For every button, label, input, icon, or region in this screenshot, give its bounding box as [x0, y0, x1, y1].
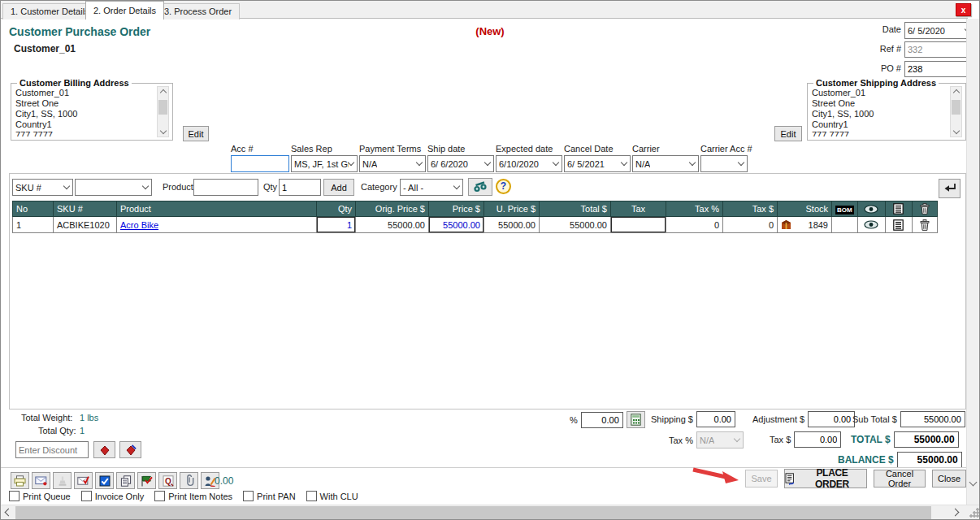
with-clu-checkbox[interactable] [306, 491, 317, 501]
po-label: PO # [859, 63, 901, 73]
horizontal-scroll-thumb[interactable] [15, 506, 931, 519]
cancel-date-select[interactable]: 6/ 5/2021 [564, 155, 631, 172]
date-select[interactable]: 6/ 5/2020 [904, 22, 974, 39]
col-tax: Tax [611, 202, 666, 217]
carrier-acc-label: Carrier Acc # [700, 144, 748, 154]
search-products-button[interactable] [468, 178, 492, 196]
adjustment-input[interactable] [808, 411, 855, 427]
print-options: Print Queue Invoice Only Print Item Note… [9, 491, 358, 501]
chevron-down-icon [484, 158, 491, 165]
stamp-button[interactable] [53, 472, 72, 489]
quote-button[interactable]: Q [158, 472, 177, 489]
chevron-down-icon [142, 182, 149, 188]
place-order-label: PLACE ORDER [798, 467, 866, 490]
cell-delete[interactable] [912, 217, 937, 233]
clear-discount-button[interactable] [119, 441, 141, 458]
billing-address-lines: Customer_01 Street One City1, SS, 1000 C… [15, 88, 156, 136]
help-icon[interactable]: ? [496, 179, 511, 194]
tab-process-order[interactable]: 3. Process Order [156, 3, 240, 20]
sku-mode-select[interactable]: SKU # [12, 179, 73, 196]
page-title: Customer Purchase Order [9, 25, 150, 38]
save-button[interactable]: Save [745, 470, 778, 488]
sales-rep-select[interactable]: MS, JF, 1st Gr [291, 155, 358, 172]
tab-customer-details[interactable]: 1. Customer Details [2, 3, 98, 20]
po-input[interactable] [904, 61, 974, 77]
carrier-value: N/A [635, 159, 650, 169]
return-arrow-icon [943, 183, 956, 194]
print-button[interactable] [11, 472, 29, 489]
shipping-address-title: Customer Shipping Address [813, 78, 939, 88]
resize-grip[interactable] [969, 508, 979, 518]
product-input[interactable] [193, 179, 258, 196]
print-preview-button[interactable] [74, 472, 93, 489]
cell-sku: ACBIKE1020 [54, 217, 117, 233]
expected-date-select[interactable]: 6/10/2020 [496, 155, 562, 172]
discount-percent-label: % [570, 415, 578, 425]
tax-input[interactable] [794, 431, 841, 448]
printer-icon [14, 475, 26, 487]
qty-input[interactable] [279, 179, 321, 196]
sales-rep-label: Sales Rep [291, 144, 358, 154]
copy-order-button[interactable] [116, 472, 135, 489]
cell-price[interactable]: 55000.00 [429, 217, 484, 233]
chevron-down-icon [689, 158, 696, 165]
print-pan-checkbox[interactable] [243, 491, 254, 501]
cell-qty[interactable]: 1 [317, 217, 356, 233]
cell-tax-pct: 0 [666, 217, 723, 233]
vertical-scrollbar[interactable] [966, 19, 979, 506]
apply-discount-button[interactable] [93, 441, 115, 458]
chevron-down-icon [738, 158, 744, 165]
close-button[interactable]: Close [932, 470, 966, 488]
cancel-order-button[interactable]: Cancel Order [874, 470, 926, 488]
total-input[interactable] [894, 431, 959, 448]
ship-date-select[interactable]: 6/ 6/2020 [427, 155, 494, 172]
carrier-select[interactable]: N/A [632, 155, 699, 172]
invoice-only-checkbox[interactable] [81, 491, 92, 501]
order-flag-button[interactable] [137, 472, 156, 489]
cell-notes[interactable] [885, 217, 912, 233]
shipping-input[interactable] [696, 411, 735, 427]
address-line: Country1 [812, 119, 949, 130]
edit-billing-button[interactable]: Edit [183, 126, 209, 141]
notes-icon [893, 203, 904, 214]
balance-input[interactable] [897, 452, 962, 468]
horizontal-scrollbar[interactable] [1, 505, 980, 519]
place-order-button[interactable]: PLACE ORDER [784, 469, 867, 488]
product-link[interactable]: Acro Bike [120, 220, 158, 230]
discount-input[interactable] [15, 441, 89, 458]
select-all-button[interactable] [95, 472, 114, 489]
edit-shipping-button[interactable]: Edit [774, 126, 802, 141]
discount-percent-input[interactable] [581, 412, 623, 428]
sku-select[interactable] [75, 179, 152, 196]
ref-input[interactable] [904, 41, 974, 58]
table-row[interactable]: 1 ACBIKE1020 Acro Bike 1 55000.00 55000.… [13, 217, 938, 233]
acc-input[interactable] [231, 155, 289, 172]
cell-tax[interactable] [611, 217, 666, 233]
tax-percent-label: Tax % [669, 436, 693, 445]
payment-terms-select[interactable]: N/A [359, 155, 426, 172]
subtotal-input[interactable] [900, 411, 965, 427]
print-pan-label: Print PAN [257, 492, 295, 501]
category-select[interactable]: - All - [400, 179, 463, 196]
email-button[interactable] [32, 472, 50, 489]
shipping-address-scrollbar[interactable] [950, 86, 962, 137]
total-qty-value: 1 [80, 426, 85, 436]
expected-date-label: Expected date [496, 144, 562, 154]
scroll-left-icon[interactable] [5, 509, 13, 517]
print-queue-checkbox[interactable] [9, 491, 20, 501]
print-item-notes-checkbox[interactable] [154, 491, 165, 501]
scroll-down-icon[interactable] [969, 479, 978, 487]
enter-button[interactable] [939, 179, 960, 198]
customer-purchase-order-window: 1. Customer Details 2. Order Details 3. … [0, 0, 980, 520]
chevron-down-icon [553, 158, 559, 165]
tab-order-details[interactable]: 2. Order Details [85, 1, 164, 20]
address-line: 777 7777 [812, 130, 949, 136]
cell-view[interactable] [857, 217, 885, 233]
attachment-button[interactable] [180, 472, 198, 489]
scroll-right-icon[interactable] [952, 509, 960, 517]
billing-address-scrollbar[interactable] [157, 86, 169, 137]
calculate-button[interactable] [627, 411, 645, 428]
close-window-button[interactable]: x [956, 3, 971, 16]
add-item-button[interactable]: Add [323, 179, 354, 196]
carrier-acc-select[interactable] [700, 155, 748, 172]
